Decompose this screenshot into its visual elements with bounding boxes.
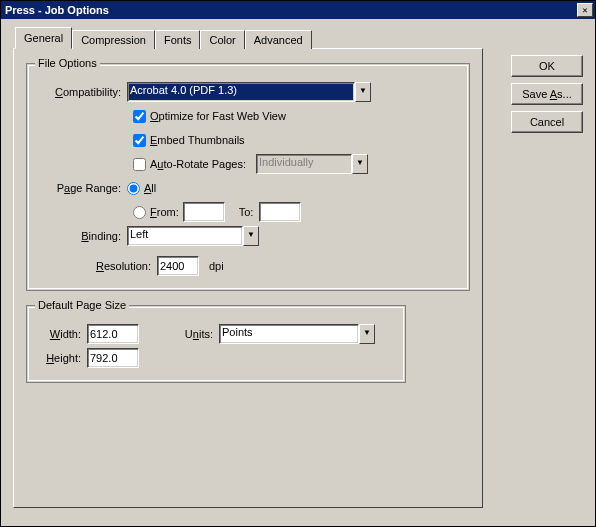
to-input[interactable]	[259, 202, 301, 222]
resolution-label: Resolution:	[37, 260, 157, 272]
optimize-label: Optimize for Fast Web View	[150, 110, 286, 122]
tab-fonts[interactable]: Fonts	[155, 30, 201, 49]
from-input[interactable]	[183, 202, 225, 222]
optimize-checkbox[interactable]	[133, 110, 146, 123]
from-label: From:	[150, 206, 179, 218]
binding-label: Binding:	[37, 230, 127, 242]
height-input[interactable]	[87, 348, 139, 368]
all-radio[interactable]	[127, 182, 140, 195]
units-select[interactable]: Points	[219, 324, 359, 344]
page-range-label: Page Range:	[37, 182, 127, 194]
cancel-button[interactable]: Cancel	[511, 111, 583, 133]
resolution-input[interactable]	[157, 256, 199, 276]
window-title: Press - Job Options	[5, 4, 109, 16]
autorotate-label: Auto-Rotate Pages:	[150, 158, 246, 170]
autorotate-select: Individually	[256, 154, 352, 174]
group-legend: Default Page Size	[35, 299, 129, 311]
width-label: Width:	[37, 328, 87, 340]
tab-compression[interactable]: Compression	[72, 30, 155, 49]
to-label: To:	[239, 206, 254, 218]
all-label: All	[144, 182, 156, 194]
embed-checkbox[interactable]	[133, 134, 146, 147]
resolution-unit: dpi	[209, 260, 224, 272]
chevron-down-icon[interactable]: ▼	[359, 324, 375, 344]
tab-color[interactable]: Color	[200, 30, 244, 49]
group-file-options: File Options Compatibility: Acrobat 4.0 …	[26, 63, 470, 291]
ok-button[interactable]: OK	[511, 55, 583, 77]
width-input[interactable]	[87, 324, 139, 344]
tab-panel-general: File Options Compatibility: Acrobat 4.0 …	[13, 48, 483, 508]
chevron-down-icon: ▼	[352, 154, 368, 174]
tabstrip: General Compression Fonts Color Advanced	[15, 29, 583, 49]
from-radio[interactable]	[133, 206, 146, 219]
tab-general[interactable]: General	[15, 27, 72, 49]
window: Press - Job Options ✕ General Compressio…	[0, 0, 596, 527]
titlebar: Press - Job Options ✕	[1, 1, 595, 19]
chevron-down-icon[interactable]: ▼	[243, 226, 259, 246]
tab-advanced[interactable]: Advanced	[245, 30, 312, 49]
autorotate-checkbox[interactable]	[133, 158, 146, 171]
close-icon[interactable]: ✕	[577, 3, 593, 17]
group-default-page-size: Default Page Size Width: Units: Points ▼…	[26, 305, 406, 383]
units-label: Units:	[139, 328, 219, 340]
embed-label: Embed Thumbnails	[150, 134, 245, 146]
button-column: OK Save As... Cancel	[511, 55, 583, 133]
binding-select[interactable]: Left	[127, 226, 243, 246]
compat-label: Compatibility:	[37, 86, 127, 98]
compat-select[interactable]: Acrobat 4.0 (PDF 1.3)	[127, 82, 355, 102]
group-legend: File Options	[35, 57, 100, 69]
chevron-down-icon[interactable]: ▼	[355, 82, 371, 102]
height-label: Height:	[37, 352, 87, 364]
save-as-button[interactable]: Save As...	[511, 83, 583, 105]
